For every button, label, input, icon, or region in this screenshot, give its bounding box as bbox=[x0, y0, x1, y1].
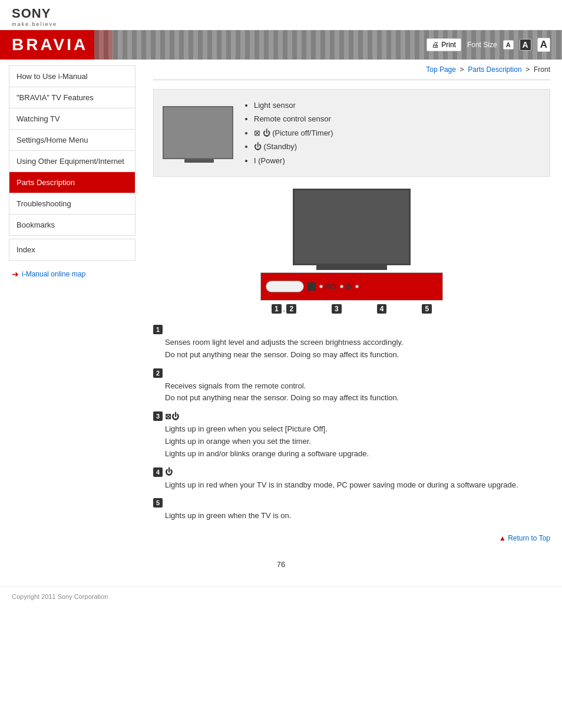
desc-text-3-line3: Lights up in and/or blinks orange during… bbox=[153, 448, 550, 460]
breadcrumb-parts-description[interactable]: Parts Description bbox=[468, 65, 521, 74]
sidebar-item-parts-description[interactable]: Parts Description bbox=[9, 172, 135, 193]
desc-symbol-3: ⊠⏻ bbox=[165, 412, 179, 421]
desc-text-1-line2: Do not put anything near the sensor. Doi… bbox=[153, 349, 550, 361]
callout-row: 1 , 2 3 4 5 bbox=[260, 304, 443, 313]
callout-5: 5 bbox=[422, 304, 432, 313]
breadcrumb: Top Page > Parts Description > Front bbox=[153, 62, 550, 80]
desc-heading-4: 4 ⏻ bbox=[153, 467, 550, 477]
copyright-text: Copyright 2011 Sony Corporation bbox=[12, 593, 108, 600]
online-map-label: i-Manual online map bbox=[22, 270, 85, 278]
indicator-dot-2 bbox=[340, 285, 343, 288]
desc-section-2: 2 Receives signals from the remote contr… bbox=[153, 368, 550, 405]
desc-text-5-line1: Lights up in green when the TV is on. bbox=[153, 510, 550, 522]
feature-list: Light sensor Remote control sensor ⊠ ⏻ (… bbox=[245, 98, 333, 167]
desc-heading-3: 3 ⊠⏻ bbox=[153, 411, 550, 421]
sony-tagline: make.believe bbox=[12, 21, 550, 27]
desc-text-2-line1: Receives signals from the remote control… bbox=[153, 380, 550, 393]
header: SONY make.believe bbox=[0, 0, 562, 30]
font-medium-button[interactable]: A bbox=[520, 39, 531, 51]
sidebar: How to Use i-Manual "BRAVIA" TV Features… bbox=[0, 60, 141, 554]
desc-text-4-line1: Lights up in red when your TV is in stan… bbox=[153, 479, 550, 492]
online-map-link[interactable]: ➜ i-Manual online map bbox=[9, 266, 135, 282]
desc-text-3-line2: Lights up in orange when you set the tim… bbox=[153, 436, 550, 448]
tv-screen bbox=[293, 189, 411, 265]
desc-heading-5: 5 bbox=[153, 498, 550, 508]
sony-logo: SONY bbox=[12, 6, 550, 21]
sidebar-nav: How to Use i-Manual "BRAVIA" TV Features… bbox=[9, 65, 135, 236]
list-item: ⏻ (Standby) bbox=[254, 140, 333, 153]
sidebar-item-bookmarks[interactable]: Bookmarks bbox=[9, 215, 135, 235]
callout-1-2: 1 , 2 bbox=[272, 304, 296, 313]
breadcrumb-current: Front bbox=[534, 65, 550, 74]
bravia-title: BRAVIA bbox=[12, 35, 88, 54]
tv-thumbnail-small bbox=[163, 106, 233, 159]
breadcrumb-top-page[interactable]: Top Page bbox=[426, 65, 456, 74]
indicator-dot-3 bbox=[355, 285, 359, 288]
callout-4: 4 bbox=[377, 304, 387, 313]
tv-diagram: ⊠⏻ ⏻ I 1 , 2 3 bbox=[260, 189, 443, 313]
list-item: Remote control sensor bbox=[254, 112, 333, 126]
tv-stand bbox=[316, 265, 387, 270]
tv-diagram-container: ⊠⏻ ⏻ I 1 , 2 3 bbox=[153, 189, 550, 313]
feature-box: Light sensor Remote control sensor ⊠ ⏻ (… bbox=[153, 89, 550, 177]
print-button[interactable]: 🖨 Print bbox=[427, 38, 461, 51]
tv-slot bbox=[266, 281, 304, 292]
desc-section-4: 4 ⏻ Lights up in red when your TV is in … bbox=[153, 467, 550, 492]
bravia-controls: 🖨 Print Font Size A A A bbox=[427, 38, 550, 52]
desc-text-1-line1: Senses room light level and adjusts the … bbox=[153, 337, 550, 349]
callout-3: 3 bbox=[332, 304, 342, 313]
font-size-label: Font Size bbox=[467, 41, 497, 49]
sensor-indicator-2: ⏻ bbox=[340, 283, 352, 290]
desc-section-3: 3 ⊠⏻ Lights up in green when you select … bbox=[153, 411, 550, 460]
list-item: ⊠ ⏻ (Picture off/Timer) bbox=[254, 126, 333, 140]
desc-heading-1: 1 bbox=[153, 325, 550, 334]
content-area: Top Page > Parts Description > Front Lig… bbox=[141, 60, 562, 554]
footer: Copyright 2011 Sony Corporation bbox=[0, 587, 562, 606]
square-button bbox=[308, 282, 316, 291]
sidebar-item-how-to-use[interactable]: How to Use i-Manual bbox=[9, 66, 135, 87]
content-divider bbox=[153, 80, 550, 80]
sidebar-item-settings-home[interactable]: Settings/Home Menu bbox=[9, 130, 135, 151]
sidebar-item-index[interactable]: Index bbox=[9, 239, 135, 261]
tv-panel: ⊠⏻ ⏻ I bbox=[260, 272, 443, 301]
print-icon: 🖨 bbox=[432, 41, 439, 49]
desc-section-1: 1 Senses room light level and adjusts th… bbox=[153, 325, 550, 361]
desc-text-3-line1: Lights up in green when you select [Pict… bbox=[153, 423, 550, 436]
desc-section-5: 5 Lights up in green when the TV is on. bbox=[153, 498, 550, 522]
page-number: 76 bbox=[0, 554, 562, 575]
font-small-button[interactable]: A bbox=[503, 40, 514, 50]
sensor-indicator-1: ⊠⏻ bbox=[319, 282, 336, 290]
indicator-dot-1 bbox=[319, 285, 323, 288]
list-item: I (Power) bbox=[254, 154, 333, 167]
font-large-button[interactable]: A bbox=[537, 38, 550, 52]
return-to-top-link[interactable]: ▲ Return to Top bbox=[153, 534, 550, 542]
desc-symbol-4: ⏻ bbox=[165, 467, 173, 476]
sidebar-item-troubleshooting[interactable]: Troubleshooting bbox=[9, 193, 135, 215]
arrow-icon: ➜ bbox=[12, 269, 19, 279]
desc-text-2-line2: Do not put anything near the sensor. Doi… bbox=[153, 392, 550, 404]
desc-heading-2: 2 bbox=[153, 368, 550, 378]
main-layout: How to Use i-Manual "BRAVIA" TV Features… bbox=[0, 60, 562, 554]
list-item: Light sensor bbox=[254, 98, 333, 112]
sensor-indicator-3: I bbox=[355, 283, 362, 290]
return-arrow-icon: ▲ bbox=[499, 534, 506, 542]
bravia-banner: BRAVIA 🖨 Print Font Size A A A bbox=[0, 30, 562, 60]
sidebar-item-using-other[interactable]: Using Other Equipment/Internet bbox=[9, 151, 135, 172]
sidebar-item-bravia-features[interactable]: "BRAVIA" TV Features bbox=[9, 87, 135, 108]
sidebar-item-watching-tv[interactable]: Watching TV bbox=[9, 108, 135, 130]
